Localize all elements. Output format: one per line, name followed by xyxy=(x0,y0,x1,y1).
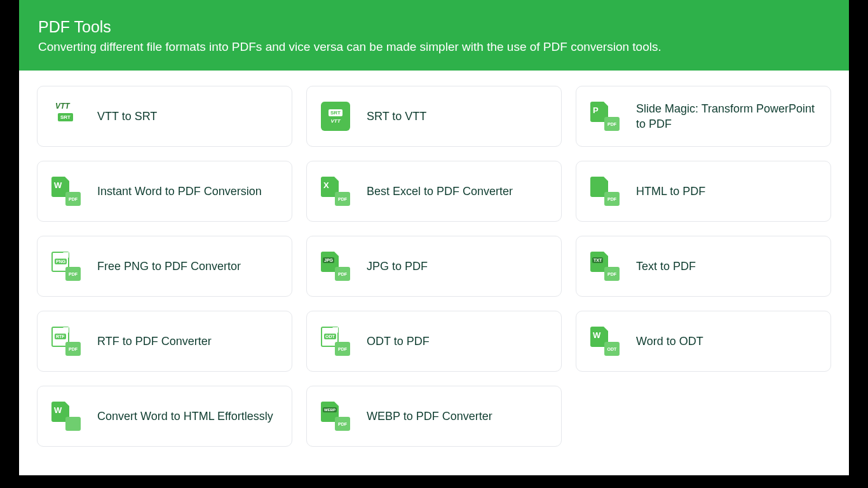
tool-label: Instant Word to PDF Conversion xyxy=(97,184,278,199)
tool-card-excel-to-pdf[interactable]: X Best Excel to PDF Converter xyxy=(306,161,562,222)
tool-card-txt-to-pdf[interactable]: TXT Text to PDF xyxy=(576,236,831,297)
tool-label: VTT to SRT xyxy=(97,109,278,124)
word-to-html-icon: W xyxy=(51,402,81,431)
tool-card-vtt-to-srt[interactable]: VTTSRT VTT to SRT xyxy=(37,86,292,147)
excel-to-pdf-icon: X xyxy=(321,177,350,206)
page-subtitle: Converting different file formats into P… xyxy=(38,40,830,54)
tool-card-ppt-to-pdf[interactable]: P Slide Magic: Transform PowerPoint to P… xyxy=(576,86,831,147)
tool-label: JPG to PDF xyxy=(367,259,547,274)
tool-label: ODT to PDF xyxy=(367,334,547,349)
srt-to-vtt-icon: SRTVTT xyxy=(321,102,350,131)
tool-label: Word to ODT xyxy=(636,334,817,349)
txt-to-pdf-icon: TXT xyxy=(590,252,620,281)
tool-label: Text to PDF xyxy=(636,259,817,274)
jpg-to-pdf-icon: JPG xyxy=(321,252,350,281)
tool-label: SRT to VTT xyxy=(367,109,547,124)
page-title: PDF Tools xyxy=(38,18,830,36)
tool-card-odt-to-pdf[interactable]: ODT ODT to PDF xyxy=(306,311,562,372)
tool-card-webp-to-pdf[interactable]: WEBP WEBP to PDF Converter xyxy=(306,386,562,447)
tool-card-rtf-to-pdf[interactable]: RTF RTF to PDF Converter xyxy=(37,311,292,372)
tool-label: Best Excel to PDF Converter xyxy=(367,184,547,199)
vtt-to-srt-icon: VTTSRT xyxy=(51,102,81,131)
word-to-pdf-icon: W xyxy=(51,177,81,206)
html-to-pdf-icon xyxy=(590,177,620,206)
tools-grid: VTTSRT VTT to SRT SRTVTT SRT to VTT P Sl… xyxy=(19,71,849,462)
rtf-to-pdf-icon: RTF xyxy=(51,327,81,356)
tool-card-word-to-odt[interactable]: W Word to ODT xyxy=(576,311,831,372)
tool-card-jpg-to-pdf[interactable]: JPG JPG to PDF xyxy=(306,236,562,297)
tool-label: Slide Magic: Transform PowerPoint to PDF xyxy=(636,101,817,132)
tool-label: Convert Word to HTML Effortlessly xyxy=(97,409,278,424)
tool-card-html-to-pdf[interactable]: HTML to PDF xyxy=(576,161,831,222)
odt-to-pdf-icon: ODT xyxy=(321,327,350,356)
tool-label: RTF to PDF Converter xyxy=(97,334,278,349)
tool-label: Free PNG to PDF Convertor xyxy=(97,259,278,274)
tool-label: HTML to PDF xyxy=(636,184,817,199)
png-to-pdf-icon: PNG xyxy=(51,252,81,281)
tool-card-srt-to-vtt[interactable]: SRTVTT SRT to VTT xyxy=(306,86,562,147)
word-to-odt-icon: W xyxy=(590,327,620,356)
tool-card-png-to-pdf[interactable]: PNG Free PNG to PDF Convertor xyxy=(37,236,292,297)
tool-card-word-to-pdf[interactable]: W Instant Word to PDF Conversion xyxy=(37,161,292,222)
page-container: PDF Tools Converting different file form… xyxy=(19,0,849,475)
tool-label: WEBP to PDF Converter xyxy=(367,409,547,424)
header-banner: PDF Tools Converting different file form… xyxy=(19,0,849,71)
webp-to-pdf-icon: WEBP xyxy=(321,402,350,431)
tool-card-word-to-html[interactable]: W Convert Word to HTML Effortlessly xyxy=(37,386,292,447)
ppt-to-pdf-icon: P xyxy=(590,102,620,131)
